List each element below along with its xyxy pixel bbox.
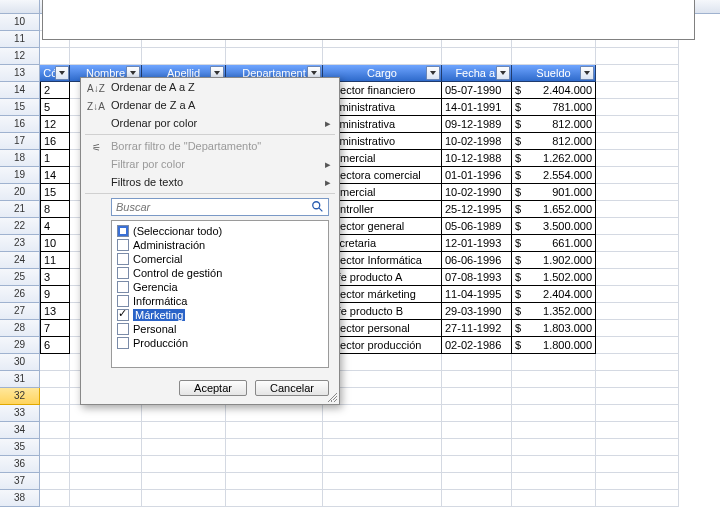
checkbox[interactable] <box>117 239 129 251</box>
cell-fecha[interactable]: 05-06-1989 <box>442 218 512 235</box>
cell-sueldo[interactable]: $3.500.000 <box>512 218 596 235</box>
cell[interactable] <box>226 48 323 65</box>
cell[interactable] <box>323 422 442 439</box>
filter-arrow-icon[interactable] <box>580 66 594 80</box>
cell-fecha[interactable]: 10-02-1990 <box>442 184 512 201</box>
cell[interactable] <box>70 473 142 490</box>
row-header[interactable]: 22 <box>0 218 40 235</box>
row-header[interactable]: 33 <box>0 405 40 422</box>
cell[interactable] <box>442 405 512 422</box>
cell-cargo[interactable]: Jefe producto A <box>323 269 442 286</box>
checkbox[interactable] <box>117 295 129 307</box>
cell[interactable] <box>512 490 596 507</box>
row-header[interactable]: 36 <box>0 456 40 473</box>
cell-cargo[interactable]: Directora comercial <box>323 167 442 184</box>
cell[interactable] <box>142 490 226 507</box>
cell-cargo[interactable]: Director Informática <box>323 252 442 269</box>
cell[interactable] <box>596 320 679 337</box>
cell-codigo[interactable]: 11 <box>40 252 70 269</box>
filter-value-item[interactable]: (Seleccionar todo) <box>115 224 325 238</box>
cell-cargo[interactable]: Director producción <box>323 337 442 354</box>
cell[interactable] <box>226 422 323 439</box>
row-header[interactable]: 29 <box>0 337 40 354</box>
cell-sueldo[interactable]: $901.000 <box>512 184 596 201</box>
cell[interactable] <box>512 371 596 388</box>
cell[interactable] <box>226 405 323 422</box>
cell-cargo[interactable]: Controller <box>323 201 442 218</box>
cell-sueldo[interactable]: $781.000 <box>512 99 596 116</box>
cell[interactable] <box>40 48 70 65</box>
cell-fecha[interactable]: 29-03-1990 <box>442 303 512 320</box>
cell[interactable] <box>596 337 679 354</box>
cell[interactable] <box>596 490 679 507</box>
cell[interactable] <box>596 150 679 167</box>
checkbox[interactable] <box>117 281 129 293</box>
cell-codigo[interactable]: 2 <box>40 82 70 99</box>
row-header[interactable]: 38 <box>0 490 40 507</box>
filter-value-item[interactable]: Comercial <box>115 252 325 266</box>
cell-fecha[interactable]: 09-12-1989 <box>442 116 512 133</box>
cell[interactable] <box>596 48 679 65</box>
row-header[interactable]: 25 <box>0 269 40 286</box>
checkbox[interactable] <box>117 225 129 237</box>
cell[interactable] <box>596 354 679 371</box>
cell[interactable] <box>323 388 442 405</box>
header-cargo[interactable]: Cargo <box>323 65 442 82</box>
cell[interactable] <box>442 48 512 65</box>
cell[interactable] <box>596 133 679 150</box>
text-box[interactable] <box>42 0 695 40</box>
header-sueldo[interactable]: Sueldo <box>512 65 596 82</box>
cell[interactable] <box>596 303 679 320</box>
cell[interactable] <box>323 439 442 456</box>
sort-az[interactable]: A↓Z Ordenar de A a Z <box>81 78 339 96</box>
row-header[interactable]: 17 <box>0 133 40 150</box>
cell[interactable] <box>596 235 679 252</box>
cell[interactable] <box>512 473 596 490</box>
cell[interactable] <box>596 405 679 422</box>
filter-value-item[interactable]: Informática <box>115 294 325 308</box>
cell-fecha[interactable]: 05-07-1990 <box>442 82 512 99</box>
cell-fecha[interactable]: 10-02-1998 <box>442 133 512 150</box>
checkbox[interactable] <box>117 337 129 349</box>
cell[interactable] <box>442 473 512 490</box>
checkbox[interactable] <box>117 309 129 321</box>
row-header[interactable]: 37 <box>0 473 40 490</box>
cell[interactable] <box>142 473 226 490</box>
cell-codigo[interactable]: 10 <box>40 235 70 252</box>
cell[interactable] <box>323 48 442 65</box>
cell-fecha[interactable]: 06-06-1996 <box>442 252 512 269</box>
cell-fecha[interactable]: 14-01-1991 <box>442 99 512 116</box>
row-header[interactable]: 10 <box>0 14 40 31</box>
cell[interactable] <box>512 456 596 473</box>
cell[interactable] <box>142 439 226 456</box>
row-header[interactable]: 28 <box>0 320 40 337</box>
cell[interactable] <box>442 456 512 473</box>
cell-codigo[interactable]: 13 <box>40 303 70 320</box>
cell[interactable] <box>596 456 679 473</box>
filter-search-input[interactable] <box>111 198 329 216</box>
cell-fecha[interactable]: 07-08-1993 <box>442 269 512 286</box>
cell[interactable] <box>70 490 142 507</box>
cell[interactable] <box>596 422 679 439</box>
cell[interactable] <box>40 405 70 422</box>
cell-codigo[interactable]: 7 <box>40 320 70 337</box>
cell-cargo[interactable]: Administrativo <box>323 133 442 150</box>
cell-sueldo[interactable]: $1.652.000 <box>512 201 596 218</box>
cell-cargo[interactable]: Director general <box>323 218 442 235</box>
row-header[interactable]: 23 <box>0 235 40 252</box>
row-header[interactable]: 31 <box>0 371 40 388</box>
cell[interactable] <box>226 490 323 507</box>
filter-arrow-icon[interactable] <box>55 66 69 80</box>
cell[interactable] <box>323 456 442 473</box>
row-header[interactable]: 32 <box>0 388 40 405</box>
cell-codigo[interactable]: 1 <box>40 150 70 167</box>
cell-codigo[interactable]: 3 <box>40 269 70 286</box>
cell[interactable] <box>40 473 70 490</box>
select-all-corner[interactable] <box>0 0 40 13</box>
filter-value-item[interactable]: Personal <box>115 322 325 336</box>
cell[interactable] <box>323 354 442 371</box>
cancel-button[interactable]: Cancelar <box>255 380 329 396</box>
cell[interactable] <box>512 422 596 439</box>
cell[interactable] <box>596 269 679 286</box>
cell[interactable] <box>596 439 679 456</box>
